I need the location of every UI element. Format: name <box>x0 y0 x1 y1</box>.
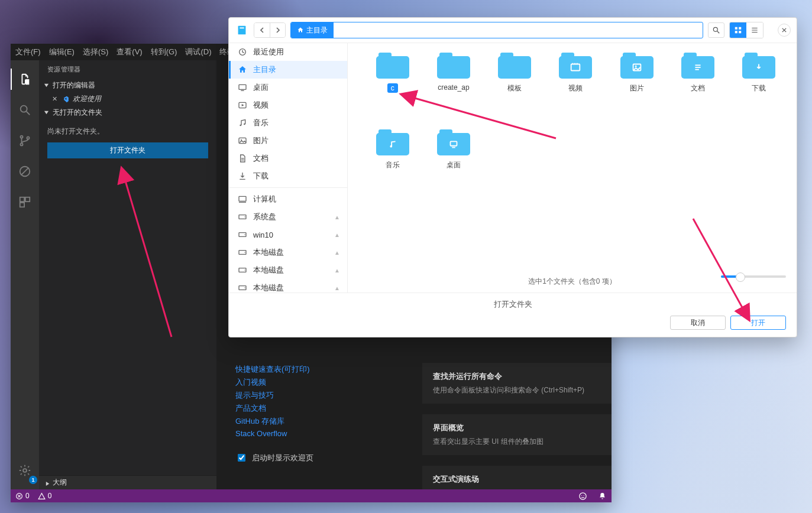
dialog-main: 最近使用主目录桌面视频音乐图片文档下载计算机系统盘▲win10▲本地磁盘▲本地磁… <box>229 43 797 293</box>
folder-item[interactable]: 文档 <box>667 53 728 112</box>
view-grid-button[interactable] <box>730 22 746 38</box>
menu-selection[interactable]: 选择(S) <box>83 47 108 57</box>
places-item-label: 系统盘 <box>253 212 276 222</box>
view-list-button[interactable] <box>746 22 763 38</box>
status-errors[interactable]: 0 <box>15 492 30 500</box>
smiley-icon[interactable] <box>578 492 587 501</box>
activity-scm[interactable] <box>11 128 39 154</box>
activity-explorer[interactable] <box>11 66 39 92</box>
dialog-close-button[interactable] <box>778 24 791 37</box>
activity-settings[interactable]: 1 <box>11 457 39 483</box>
settings-badge: 1 <box>29 476 37 484</box>
activity-debug[interactable] <box>11 158 39 184</box>
welcome-card-title: 交互式演练场 <box>433 474 610 485</box>
open-button[interactable]: 打开 <box>730 316 786 330</box>
places-item[interactable]: 最近使用 <box>229 43 347 61</box>
file-open-dialog: 主目录 最近使用主目录桌面视频音乐图片文档下载计算机系统盘▲win10▲本地磁盘… <box>228 17 797 337</box>
sidebar-title: 资源管理器 <box>39 60 216 79</box>
places-item[interactable]: 本地磁盘▲ <box>229 243 347 261</box>
path-chip-home[interactable]: 主目录 <box>291 22 334 38</box>
nav-back-button[interactable] <box>254 23 270 37</box>
welcome-card[interactable]: 界面概览查看突出显示主要 UI 组件的叠加图 <box>422 414 612 455</box>
menu-debug[interactable]: 调试(D) <box>185 47 211 57</box>
folder-grid[interactable]: c create_ap 模板 视频 图片 文档 下载 <box>348 43 797 273</box>
folder-icon <box>559 53 592 79</box>
computer-icon <box>238 194 247 204</box>
open-editor-welcome[interactable]: ✕ 欢迎使用 <box>39 92 216 106</box>
nav-forward-button[interactable] <box>270 23 285 37</box>
folder-item[interactable]: 图片 <box>606 53 667 112</box>
svg-marker-12 <box>44 111 48 114</box>
eject-icon[interactable]: ▲ <box>334 285 340 291</box>
status-warnings[interactable]: 0 <box>38 492 52 500</box>
folder-icon <box>681 53 714 79</box>
welcome-cards: 查找并运行所有命令使用命令面板快速访问和搜索命令 (Ctrl+Shift+P) … <box>422 363 612 489</box>
home-icon <box>238 65 247 74</box>
svg-line-1 <box>27 112 30 115</box>
places-item[interactable]: 桌面 <box>229 79 347 96</box>
eject-icon[interactable]: ▲ <box>334 249 340 256</box>
folder-item[interactable]: 模板 <box>484 53 545 112</box>
svg-rect-7 <box>20 197 24 202</box>
zoom-slider[interactable] <box>721 275 786 278</box>
places-item[interactable]: 视频 <box>229 96 347 114</box>
welcome-checkbox[interactable] <box>238 454 245 462</box>
places-item[interactable]: 图片 <box>229 132 347 150</box>
folder-label: 音乐 <box>386 160 400 170</box>
places-item-label: 文档 <box>253 153 268 164</box>
menu-view[interactable]: 查看(V) <box>117 47 142 57</box>
menu-edit[interactable]: 编辑(E) <box>49 47 75 57</box>
search-button[interactable] <box>708 22 724 38</box>
music-icon <box>238 118 247 128</box>
status-warnings-count: 0 <box>48 492 52 500</box>
svg-rect-44 <box>239 196 246 201</box>
view-mode-toggle <box>729 22 764 38</box>
places-item[interactable]: 系统盘▲ <box>229 208 347 226</box>
welcome-card[interactable]: 交互式演练场在简短演练中试用编辑器的基本功能 <box>422 466 612 489</box>
eject-icon[interactable]: ▲ <box>334 232 340 238</box>
svg-marker-13 <box>46 482 49 486</box>
folder-item[interactable]: 下载 <box>729 53 790 112</box>
cancel-button[interactable]: 取消 <box>670 316 726 330</box>
welcome-card[interactable]: 查找并运行所有命令使用命令面板快速访问和搜索命令 (Ctrl+Shift+P) <box>422 363 612 404</box>
gear-icon <box>18 464 31 477</box>
svg-rect-27 <box>739 31 741 33</box>
folder-item[interactable]: 视频 <box>545 53 606 112</box>
places-item[interactable]: 下载 <box>229 167 347 185</box>
bell-icon[interactable] <box>598 492 607 501</box>
open-editor-welcome-label: 欢迎使用 <box>73 94 101 104</box>
eject-icon[interactable]: ▲ <box>334 267 340 274</box>
places-item-label: 图片 <box>253 135 268 146</box>
places-item[interactable]: 本地磁盘▲ <box>229 279 347 293</box>
folder-item[interactable]: 桌面 <box>423 129 484 189</box>
section-no-folder[interactable]: 无打开的文件夹 <box>39 106 216 119</box>
dialog-toolbar: 主目录 <box>229 18 797 43</box>
places-item[interactable]: 计算机 <box>229 190 347 208</box>
close-icon[interactable]: ✕ <box>52 95 57 103</box>
menu-go[interactable]: 转到(G) <box>151 47 177 57</box>
svg-rect-59 <box>577 63 578 64</box>
activity-search[interactable] <box>11 97 39 123</box>
open-folder-button[interactable]: 打开文件夹 <box>47 142 208 158</box>
welcome-card-body: 使用命令面板快速访问和搜索命令 (Ctrl+Shift+P) <box>433 385 610 395</box>
section-open-editors[interactable]: 打开的编辑器 <box>39 79 216 92</box>
section-open-editors-label: 打开的编辑器 <box>53 80 95 90</box>
places-item[interactable]: 音乐 <box>229 114 347 132</box>
path-field[interactable]: 主目录 <box>290 22 703 38</box>
places-item[interactable]: 文档 <box>229 150 347 167</box>
folder-item[interactable]: 音乐 <box>362 129 423 189</box>
folder-item[interactable]: create_ap <box>423 53 484 112</box>
svg-rect-26 <box>735 31 737 33</box>
eject-icon[interactable]: ▲ <box>334 214 340 220</box>
places-item[interactable]: 本地磁盘▲ <box>229 261 347 279</box>
svg-marker-11 <box>44 84 48 87</box>
places-item[interactable]: win10▲ <box>229 226 347 243</box>
menu-file[interactable]: 文件(F) <box>15 47 41 57</box>
activity-extensions[interactable] <box>11 189 39 215</box>
places-item[interactable]: 主目录 <box>229 61 347 79</box>
svg-point-0 <box>21 106 27 112</box>
chevron-right-icon <box>275 27 281 33</box>
section-outline[interactable]: 大纲 <box>39 475 216 489</box>
dialog-footer: 打开文件夹 取消 打开 <box>229 293 797 337</box>
folder-item[interactable]: c <box>362 53 423 112</box>
